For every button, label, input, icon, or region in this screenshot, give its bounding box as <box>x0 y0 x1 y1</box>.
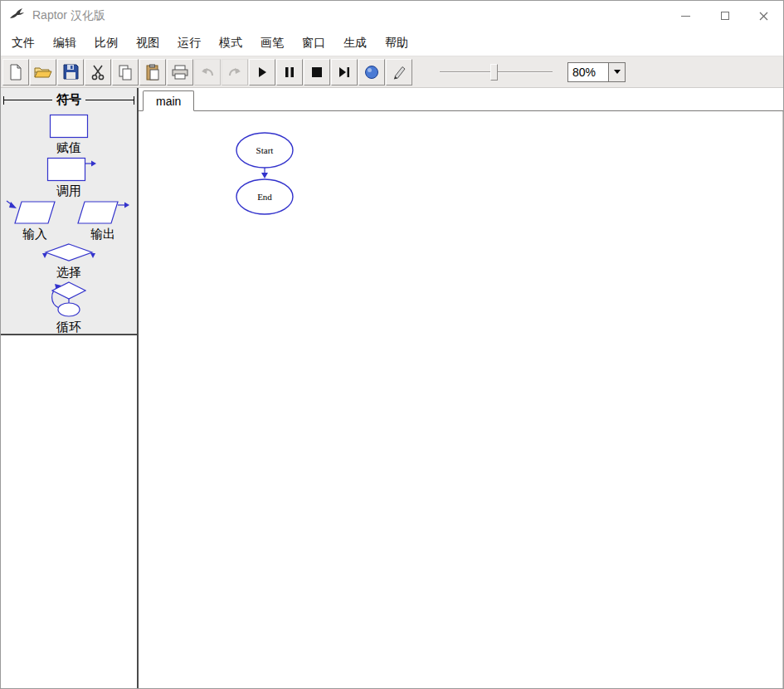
paste-icon <box>145 64 160 81</box>
menu-item-window[interactable]: 窗口 <box>293 32 334 55</box>
symbol-io-labels: 输入 输出 <box>1 226 137 242</box>
zoom-combo: 80% <box>567 62 626 82</box>
tab-main[interactable]: main <box>143 90 194 111</box>
maximize-button[interactable] <box>705 1 744 31</box>
stop-button[interactable] <box>304 59 330 86</box>
flowchart: Start End <box>230 123 329 222</box>
pen-button[interactable] <box>386 59 412 86</box>
symbol-loop[interactable] <box>42 281 95 319</box>
menu-item-view[interactable]: 视图 <box>127 32 168 55</box>
new-button[interactable] <box>2 59 29 86</box>
save-icon <box>63 64 79 80</box>
tab-bar: main <box>139 88 783 111</box>
variable-watch-panel <box>1 334 137 689</box>
header-line-right <box>85 100 134 100</box>
pause-button[interactable] <box>276 59 303 86</box>
zoom-value-field[interactable]: 80% <box>568 63 608 81</box>
symbol-input[interactable] <box>5 199 65 226</box>
print-button[interactable] <box>167 59 193 86</box>
connector-arrow-icon <box>261 173 268 178</box>
save-button[interactable] <box>57 59 84 86</box>
maximize-icon <box>721 12 729 20</box>
undo-icon <box>200 66 215 79</box>
chevron-down-icon <box>614 70 621 74</box>
redo-button[interactable] <box>222 59 248 86</box>
menu-bar: 文件 编辑 比例 视图 运行 模式 画笔 窗口 生成 帮助 <box>1 31 783 56</box>
minimize-button[interactable] <box>666 1 705 31</box>
symbol-assignment[interactable] <box>42 113 95 139</box>
copy-button[interactable] <box>112 59 139 86</box>
app-window: Raptor 汉化版 文件 编辑 比例 视图 运行 模式 画笔 窗口 生成 帮助 <box>0 0 784 689</box>
step-to-end-icon <box>338 66 350 78</box>
symbol-io-row <box>1 199 137 226</box>
menu-item-edit[interactable]: 编辑 <box>44 32 85 55</box>
menu-item-help[interactable]: 帮助 <box>376 32 417 55</box>
comment-icon <box>364 65 379 80</box>
symbol-output-label: 输出 <box>69 226 137 242</box>
comment-button[interactable] <box>358 59 385 86</box>
stop-icon <box>312 67 322 77</box>
undo-button[interactable] <box>194 59 221 86</box>
symbols-sidebar: 符号 赋值 调用 <box>1 88 139 689</box>
menu-item-scale[interactable]: 比例 <box>85 32 127 55</box>
menu-item-run[interactable]: 运行 <box>168 32 210 55</box>
paste-button[interactable] <box>139 59 166 86</box>
menu-item-generate[interactable]: 生成 <box>334 32 376 55</box>
window-controls <box>666 1 783 31</box>
title-bar: Raptor 汉化版 <box>1 1 783 31</box>
symbols-header: 符号 <box>3 92 134 107</box>
content-area: 符号 赋值 调用 <box>1 88 783 689</box>
symbol-input-label: 输入 <box>1 226 69 242</box>
symbols-panel: 赋值 调用 <box>1 108 137 334</box>
menu-item-file[interactable]: 文件 <box>2 32 44 55</box>
open-folder-icon <box>34 65 52 80</box>
symbol-loop-label: 循环 <box>1 319 137 334</box>
app-logo-icon <box>9 7 26 24</box>
main-area: main Start End <box>139 88 783 689</box>
printer-icon <box>172 65 188 80</box>
minimize-icon <box>681 16 690 17</box>
new-document-icon <box>8 64 23 81</box>
menu-item-pen[interactable]: 画笔 <box>251 32 293 55</box>
cut-button[interactable] <box>85 59 111 86</box>
redo-icon <box>227 66 242 79</box>
header-line-left <box>3 100 52 100</box>
symbol-assignment-label: 赋值 <box>1 139 137 156</box>
menu-item-mode[interactable]: 模式 <box>210 32 251 55</box>
toolbar: 80% <box>1 56 783 88</box>
pen-icon <box>392 65 407 80</box>
symbol-call[interactable] <box>40 156 98 183</box>
step-to-end-button[interactable] <box>331 59 358 86</box>
symbol-output[interactable] <box>73 199 133 226</box>
play-icon <box>257 66 267 78</box>
symbol-selection[interactable] <box>42 242 95 264</box>
symbol-call-label: 调用 <box>1 183 137 199</box>
open-button[interactable] <box>30 59 56 86</box>
symbols-header-label: 符号 <box>52 92 85 108</box>
close-icon <box>759 12 768 21</box>
zoom-slider-thumb[interactable] <box>490 64 498 81</box>
scissors-icon <box>91 64 105 81</box>
copy-icon <box>118 64 133 81</box>
zoom-slider[interactable] <box>438 61 554 84</box>
zoom-dropdown-button[interactable] <box>608 63 625 81</box>
play-button[interactable] <box>249 59 275 86</box>
end-symbol-label: End <box>257 192 272 202</box>
symbol-selection-label: 选择 <box>1 264 137 281</box>
window-title: Raptor 汉化版 <box>32 8 105 23</box>
close-button[interactable] <box>744 1 783 31</box>
flowchart-canvas[interactable]: Start End <box>139 111 783 689</box>
pause-icon <box>285 66 295 78</box>
start-symbol-label: Start <box>256 145 274 155</box>
